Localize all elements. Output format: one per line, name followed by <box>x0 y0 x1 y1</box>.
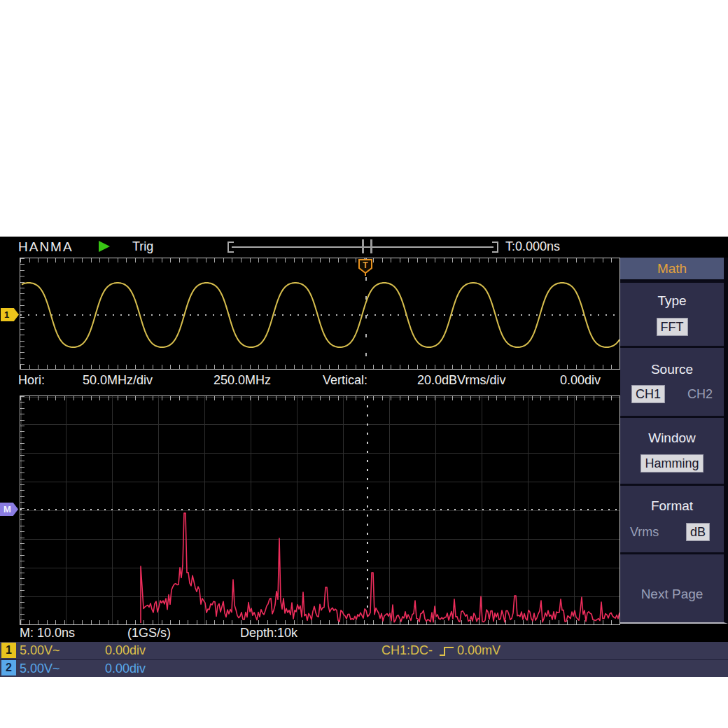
format-option-db[interactable]: dB <box>686 523 710 541</box>
source-option-ch1[interactable]: CH1 <box>631 385 665 403</box>
source-label: Source <box>620 362 724 377</box>
fft-vposition-value: 0.00div <box>560 373 601 388</box>
ch2-status-bar: 2 5.00V~ 0.00div <box>0 659 728 677</box>
ch1-position: 0.00div <box>105 643 146 658</box>
ch1-volt-scale: 5.00V~ <box>20 643 60 658</box>
hposition-slider-knob[interactable] <box>362 239 372 253</box>
trigger-status-label: Trig <box>132 239 153 254</box>
fft-center-frequency: 250.0MHz <box>214 373 271 388</box>
menu-section-type[interactable]: Type FFT <box>620 281 724 346</box>
source-option-ch2[interactable]: CH2 <box>687 387 713 402</box>
menu-section-source[interactable]: Source CH1 CH2 <box>620 346 724 416</box>
math-position-marker[interactable]: M <box>0 503 18 516</box>
window-label: Window <box>620 430 724 446</box>
trigger-horizontal-marker-icon[interactable]: T <box>358 258 373 276</box>
window-option-hamming[interactable]: Hamming <box>640 454 703 472</box>
svg-text:T: T <box>363 260 368 270</box>
ch1-status-bar: 1 5.00V~ 0.00div CH1:DC- 0.00mV <box>0 642 728 659</box>
menu-section-window[interactable]: Window Hamming <box>620 416 724 484</box>
format-option-vrms[interactable]: Vrms <box>630 525 659 540</box>
math-menu-panel: Math Type FFT Source CH1 CH2 Window Hamm… <box>620 258 728 624</box>
hposition-slider-right-bracket <box>492 241 498 253</box>
sample-rate: (1GS/s) <box>127 626 171 640</box>
menu-section-format[interactable]: Format Vrms dB <box>620 484 724 552</box>
waveform-window <box>20 258 620 370</box>
vertical-label: Vertical: <box>323 373 368 388</box>
ch1-position-marker[interactable]: 1 <box>1 308 19 321</box>
fft-spectrum-trace <box>20 396 620 624</box>
format-label: Format <box>620 498 724 514</box>
menu-title: Math <box>620 258 724 281</box>
trigger-level-value: 0.00mV <box>457 643 500 658</box>
fft-scale-info-bar: Hori: 50.0MHz/div 250.0MHz Vertical: 20.… <box>0 371 620 392</box>
ch2-badge[interactable]: 2 <box>1 660 16 676</box>
ch1-badge[interactable]: 1 <box>1 643 16 658</box>
ch2-position: 0.00div <box>105 662 146 676</box>
timebase-value: M: 10.0ns <box>20 626 75 640</box>
ch1-sine-trace <box>20 258 620 369</box>
screenshot-canvas: HANMA Trig T:0.000ns T 1 <box>0 0 728 728</box>
type-label: Type <box>620 293 724 309</box>
oscilloscope-screen: HANMA Trig T:0.000ns T 1 <box>0 237 728 677</box>
timebase-status-bar: M: 10.0ns (1GS/s) Depth:10k <box>0 625 728 642</box>
run-state-play-icon <box>99 241 110 252</box>
trigger-time-offset: T:0.000ns <box>505 239 560 254</box>
menu-section-next-page[interactable]: Next Page <box>620 552 724 622</box>
fft-window <box>20 396 620 625</box>
ch2-volt-scale: 5.00V~ <box>20 662 60 676</box>
hori-label: Hori: <box>18 373 45 388</box>
type-option-fft[interactable]: FFT <box>657 318 688 336</box>
rising-edge-icon <box>439 645 454 657</box>
top-status-bar: HANMA Trig T:0.000ns <box>0 237 728 258</box>
brand-label: HANMA <box>18 239 74 255</box>
fft-hscale-value: 50.0MHz/div <box>83 373 153 388</box>
next-page-button[interactable]: Next Page <box>620 587 724 602</box>
memory-depth: Depth:10k <box>240 626 298 640</box>
fft-vscale-value: 20.0dBVrms/div <box>417 373 505 388</box>
trigger-source-coupling: CH1:DC- <box>382 643 433 658</box>
